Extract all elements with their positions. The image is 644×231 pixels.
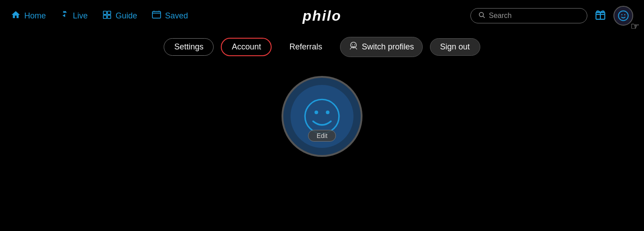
edit-badge[interactable]: Edit [308,130,336,142]
switch-profiles-label: Switch profiles [362,42,414,52]
profile-button[interactable] [613,6,633,26]
live-icon [60,10,69,22]
search-placeholder: Search [489,12,580,20]
svg-point-21 [326,111,330,114]
svg-point-13 [618,11,628,21]
avatar-inner[interactable]: Edit [291,85,353,148]
svg-point-19 [305,99,339,133]
nav-saved[interactable]: Saved [152,10,188,22]
svg-rect-4 [152,11,161,18]
svg-point-18 [354,44,355,45]
svg-rect-1 [107,11,111,14]
home-label: Home [24,11,46,21]
settings-button[interactable]: Settings [164,38,214,56]
app-logo: philo [303,8,341,24]
svg-line-9 [483,16,485,18]
logo-area: philo [303,8,341,24]
switch-profiles-button[interactable]: Switch profiles [340,37,423,57]
svg-rect-3 [107,15,111,18]
svg-rect-0 [103,11,107,14]
profile-avatar-small [616,9,631,23]
referrals-button[interactable]: Referrals [279,38,332,56]
saved-label: Saved [165,11,188,21]
nav-guide[interactable]: Guide [102,10,137,22]
home-icon [11,10,21,22]
top-nav: Home Live Guide [0,0,644,31]
profile-section: Edit [0,76,644,157]
account-button[interactable]: Account [221,38,272,56]
saved-icon [152,10,161,22]
svg-point-8 [479,13,483,17]
search-bar[interactable]: Search [470,8,587,23]
search-icon [478,11,485,20]
guide-icon [102,10,112,22]
svg-point-14 [621,14,622,16]
svg-point-20 [314,111,318,114]
svg-rect-2 [103,15,107,18]
svg-point-17 [352,44,353,45]
nav-left: Home Live Guide [11,10,188,22]
gift-icon[interactable] [595,9,606,23]
nav-live[interactable]: Live [60,10,88,22]
sign-out-button[interactable]: Sign out [430,38,480,56]
avatar-outer: Edit [282,76,362,157]
nav-right: Search [470,6,633,26]
guide-label: Guide [116,11,137,21]
menu-bar: Settings Account Referrals Switch profil… [0,31,644,65]
nav-home[interactable]: Home [11,10,46,22]
svg-point-15 [624,14,626,16]
live-label: Live [73,11,88,21]
switch-profiles-icon [349,41,358,53]
